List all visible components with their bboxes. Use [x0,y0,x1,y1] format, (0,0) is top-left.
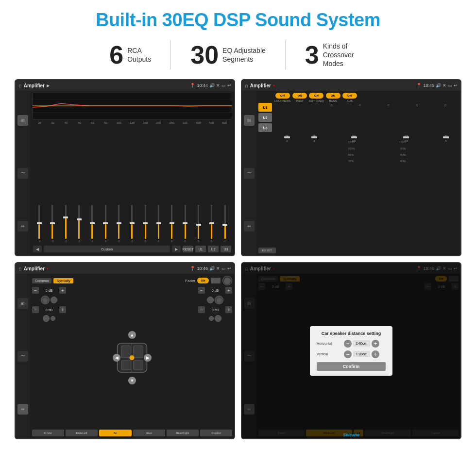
fader-left-minus-1[interactable]: − [32,287,39,294]
loudness-slider[interactable]: 64 0 [274,134,300,142]
eq-main: 25 32 40 50 63 80 100 125 160 200 250 32… [30,91,234,255]
gf-6: G [432,104,459,107]
arrow-down[interactable]: ▼ [128,377,136,384]
screen-eq-content: ⊞ 〜 ⇔ [16,91,234,255]
eq-u3-btn[interactable]: U3 [221,246,231,252]
back-icon-2[interactable]: ↩ [454,83,458,88]
fader-tab-specialty[interactable]: Specialty [53,278,73,283]
fader-on-toggle[interactable]: ON [197,278,209,283]
eq-slider-11[interactable] [166,205,178,239]
fader-tab-common[interactable]: Common [32,278,51,283]
eq-sidebar-icon-2[interactable]: 〜 [17,168,28,179]
window-icon[interactable]: ▭ [221,83,226,88]
speaker-icon-right-1 [207,297,214,303]
fader-btn-user[interactable]: User [133,430,165,436]
home-icon[interactable]: ⌂ [18,83,22,88]
eq-slider-4[interactable] [73,205,85,239]
eq-slider-15[interactable] [219,205,231,239]
fader-left-plus-1[interactable]: + [59,287,66,294]
eq-back-btn[interactable]: ◀ [33,246,42,252]
dialog-vertical-plus[interactable]: + [372,350,379,358]
eq-slider-7[interactable] [113,205,125,239]
eq-slider-8[interactable] [126,205,138,239]
fader-right-plus-2[interactable]: + [225,306,232,313]
eq-slider-10[interactable] [153,205,165,239]
volume-icon-2: 🔊 [436,83,441,88]
svg-rect-4 [121,346,131,358]
back-icon[interactable]: ↩ [227,83,231,88]
crossover-sidebar-icon-1[interactable]: ⊞ [244,115,255,126]
fader-label: Fader [185,279,195,283]
stat-crossover-label: Kinds ofCrossover Modes [323,42,367,68]
eq-sidebar-icon-1[interactable]: ⊞ [17,115,28,126]
window-icon-3[interactable]: ▭ [221,266,226,271]
amp-reset-btn[interactable]: RESET [258,248,276,253]
fader-right-minus-1[interactable]: − [198,287,205,294]
eq-preset-custom[interactable]: Custom [44,246,170,252]
window-icon-2[interactable]: ▭ [448,83,452,88]
fader-sidebar-icon-3[interactable]: ⇔ [17,404,28,415]
fader-speaker-icons-left-2 [32,315,66,322]
fader-knob[interactable] [222,276,232,285]
eq-slider-2[interactable] [46,205,58,239]
fader-sidebar-icon-2[interactable]: 〜 [17,351,28,362]
close-icon[interactable]: ✕ [216,83,220,88]
stat-crossover-number: 3 [305,42,319,67]
crossover-sidebar-icon-2[interactable]: 〜 [244,168,255,179]
home-icon-3[interactable]: ⌂ [18,266,22,271]
fader-btn-rearright[interactable]: RearRight [167,430,199,436]
dialog-horizontal-minus[interactable]: − [344,340,352,348]
fader-btn-rearleft[interactable]: RearLeft [66,430,98,436]
close-icon-2[interactable]: ✕ [442,83,446,88]
eq-u2-btn[interactable]: U2 [208,246,219,252]
bass-slider-1[interactable]: 2.5 100Hz 90Hz 80Hz 60Hz [381,134,431,142]
fader-btn-copilot[interactable]: Copilot [200,430,232,436]
phat-slider[interactable]: 48 0 [302,134,327,142]
eq-reset-btn[interactable]: RESET [183,246,193,252]
phat-toggle[interactable]: ON [292,93,307,99]
cutfreq-toggle[interactable]: ON [309,93,323,99]
eq-slider-3[interactable] [60,205,72,239]
eq-slider-6[interactable] [100,205,112,239]
loudness-toggle[interactable]: ON [275,93,290,99]
fader-sidebar-icon-1[interactable]: ⊞ [17,298,28,309]
arrow-left[interactable]: ◀ [113,354,120,362]
svg-rect-5 [134,346,143,358]
amp-u-buttons: U1 U2 U3 [258,103,273,132]
bass-toggle[interactable]: ON [326,93,340,99]
dialog-overlay: Car speaker distance setting Horizontal … [242,274,460,438]
amp-u2-btn[interactable]: U2 [258,113,272,122]
eq-slider-12[interactable] [179,205,191,239]
dialog-vertical-minus[interactable]: − [344,350,352,358]
eq-slider-5[interactable] [86,205,98,239]
amp-u1-btn[interactable]: U1 [258,103,272,112]
fader-left-minus-2[interactable]: − [32,306,39,313]
home-icon-2[interactable]: ⌂ [245,83,248,88]
eq-u1-btn[interactable]: U1 [195,246,206,252]
eq-slider-13[interactable] [192,205,204,239]
eq-slider-1[interactable] [33,205,45,239]
sub-toggle[interactable]: ON [342,93,357,99]
close-icon-3[interactable]: ✕ [216,266,220,271]
eq-sidebar-icon-3[interactable]: ⇔ [17,221,28,232]
eq-slider-9[interactable] [139,205,152,239]
eq-forward-btn[interactable]: ▶ [172,246,181,252]
fader-main: Common Specialty Fader ON [30,274,234,438]
fader-right-plus-1[interactable]: + [225,287,232,294]
crossover-sidebar-icon-3[interactable]: ⇔ [244,221,255,232]
arrow-up[interactable]: ▲ [128,331,136,339]
fader-left-plus-2[interactable]: + [59,306,66,313]
sub-slider[interactable]: 20 5 [433,134,459,142]
fader-btn-driver[interactable]: Driver [32,430,64,436]
dialog-confirm-button[interactable]: Confirm [317,362,386,371]
amp-u3-btn[interactable]: U3 [258,123,272,132]
back-icon-3[interactable]: ↩ [227,266,231,271]
arrow-right[interactable]: ▶ [144,354,152,362]
dialog-horizontal-plus[interactable]: + [372,340,379,348]
fader-btn-all[interactable]: All [99,430,131,436]
eq-slider-14[interactable] [205,205,218,239]
cutfreq-slider-1[interactable]: 3.0 120Hz 100Hz 80Hz 70Hz [329,134,379,142]
fader-slider[interactable] [211,278,221,283]
speaker-icon-left-2 [51,297,57,303]
fader-right-minus-2[interactable]: − [198,306,205,313]
